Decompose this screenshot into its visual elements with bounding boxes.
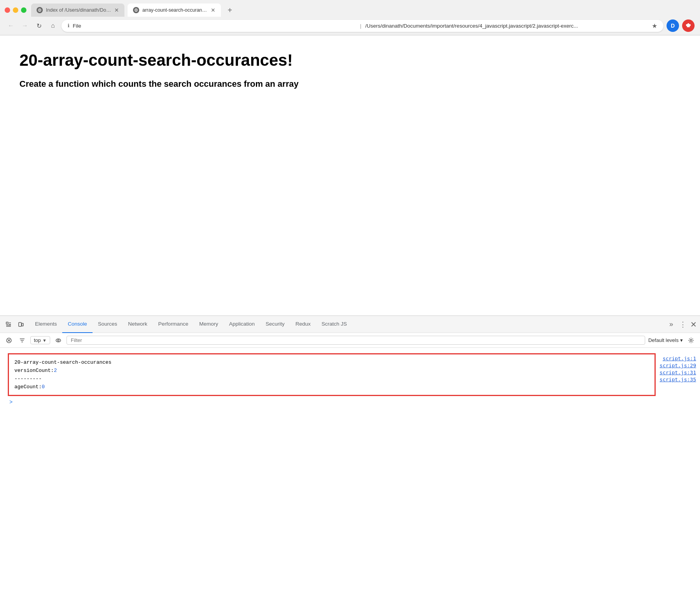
console-line-3-text: ---------	[14, 376, 42, 382]
more-tabs-btn[interactable]: »	[667, 320, 676, 328]
home-btn[interactable]: ⌂	[47, 20, 58, 31]
forward-btn[interactable]: →	[19, 20, 30, 31]
console-settings-btn[interactable]	[686, 335, 696, 345]
console-line-4-key: ageCount:	[14, 384, 42, 390]
tab-close-1[interactable]: ✕	[114, 7, 119, 13]
close-window-btn[interactable]	[5, 7, 10, 13]
tab-redux[interactable]: Redux	[290, 316, 316, 333]
tab-elements[interactable]: Elements	[30, 316, 62, 333]
console-line-3: ---------	[14, 375, 649, 383]
devtools-panel: Elements Console Sources Network Perform…	[0, 316, 700, 472]
console-prompt[interactable]: >	[4, 398, 660, 407]
tab-label-1: Index of /Users/dinanath/Docum...	[46, 7, 111, 13]
reload-btn[interactable]: ↻	[33, 20, 44, 31]
browser-tab-1[interactable]: Index of /Users/dinanath/Docum... ✕	[31, 4, 124, 17]
browser-chrome: Index of /Users/dinanath/Docum... ✕ arra…	[0, 0, 700, 35]
console-line-2-key: versionCount:	[14, 368, 54, 373]
console-line-4-val: 0	[42, 384, 45, 390]
file-link-1[interactable]: script.js:1	[663, 356, 696, 361]
tab-sources[interactable]: Sources	[93, 316, 123, 333]
console-line-2-val: 2	[54, 368, 57, 373]
tab-close-2[interactable]: ✕	[211, 7, 215, 13]
maximize-window-btn[interactable]	[21, 7, 26, 13]
console-line-1: 20-array-count-search-occurances	[14, 358, 649, 366]
tab-console[interactable]: Console	[62, 316, 93, 333]
svg-rect-7	[19, 323, 21, 326]
tab-label-2: array-count-search-occurances	[142, 7, 208, 13]
minimize-window-btn[interactable]	[13, 7, 18, 13]
file-link-2[interactable]: script.js:29	[660, 363, 696, 368]
console-lines-wrapper: 20-array-count-search-occurances version…	[0, 352, 700, 407]
page-title: 20-array-count-search-occurances!	[19, 51, 681, 70]
svg-point-12	[56, 339, 61, 342]
file-link-4[interactable]: script.js:35	[660, 377, 696, 382]
context-selector[interactable]: top ▼	[30, 336, 50, 344]
devtools-close-btn[interactable]: ✕	[690, 320, 697, 329]
page-content: 20-array-count-search-occurances! Create…	[0, 35, 700, 316]
console-output: 20-array-count-search-occurances version…	[0, 348, 700, 472]
tab-network[interactable]: Network	[122, 316, 153, 333]
console-line-4: ageCount: 0	[14, 383, 649, 391]
new-tab-btn[interactable]: +	[224, 4, 236, 16]
eye-icon-btn[interactable]	[53, 335, 63, 345]
clear-console-btn[interactable]	[4, 335, 14, 345]
devtools-kebab-menu[interactable]: ⋮	[677, 320, 689, 329]
page-subtitle: Create a function which counts the searc…	[19, 79, 681, 89]
console-file-links: script.js:1 script.js:29 script.js:31 sc…	[660, 352, 696, 407]
context-dropdown-icon: ▼	[42, 338, 47, 343]
console-filter-input[interactable]	[66, 336, 645, 345]
console-lines-left: 20-array-count-search-occurances version…	[4, 352, 660, 407]
browser-tab-2[interactable]: array-count-search-occurances ✕	[128, 4, 221, 17]
devtools-more-actions: » ⋮ ✕	[667, 320, 697, 329]
tab-application[interactable]: Application	[224, 316, 260, 333]
tab-performance[interactable]: Performance	[153, 316, 194, 333]
svg-rect-8	[22, 323, 23, 326]
address-url: /Users/dinanath/Documents/important/reso…	[365, 23, 649, 29]
tab-security[interactable]: Security	[260, 316, 290, 333]
tab-favicon-1	[37, 7, 43, 13]
address-field[interactable]: ℹ File | /Users/dinanath/Documents/impor…	[61, 20, 663, 32]
title-bar: Index of /Users/dinanath/Docum... ✕ arra…	[0, 0, 700, 17]
address-prefix: File	[73, 23, 356, 29]
extension-btn[interactable]	[682, 19, 695, 32]
svg-rect-6	[6, 322, 8, 324]
svg-point-14	[690, 339, 692, 341]
filter-icon-btn[interactable]	[17, 335, 27, 345]
profile-btn[interactable]: D	[667, 19, 679, 32]
inspect-element-btn[interactable]	[3, 319, 14, 330]
default-levels-dropdown[interactable]: Default levels ▾	[648, 337, 683, 343]
console-line-1-text: 20-array-count-search-occurances	[14, 359, 112, 365]
device-toolbar-btn[interactable]	[16, 319, 26, 330]
devtools-icons-left	[3, 319, 26, 330]
tab-memory[interactable]: Memory	[194, 316, 224, 333]
console-line-2: versionCount: 2	[14, 366, 649, 375]
console-toolbar: top ▼ Default levels ▾	[0, 333, 700, 348]
tab-scratchjs[interactable]: Scratch JS	[316, 316, 352, 333]
file-link-3[interactable]: script.js:31	[660, 370, 696, 375]
bookmark-star-icon[interactable]: ★	[652, 22, 657, 30]
back-btn[interactable]: ←	[5, 20, 16, 31]
tab-favicon-2	[133, 7, 139, 13]
context-value: top	[34, 337, 41, 343]
address-bar: ← → ↻ ⌂ ℹ File | /Users/dinanath/Documen…	[0, 17, 700, 35]
traffic-lights	[5, 7, 26, 13]
console-highlighted-region: 20-array-count-search-occurances version…	[8, 353, 656, 396]
lock-icon: ℹ	[68, 23, 70, 28]
devtools-tabs-bar: Elements Console Sources Network Perform…	[0, 316, 700, 333]
svg-point-13	[58, 340, 59, 341]
